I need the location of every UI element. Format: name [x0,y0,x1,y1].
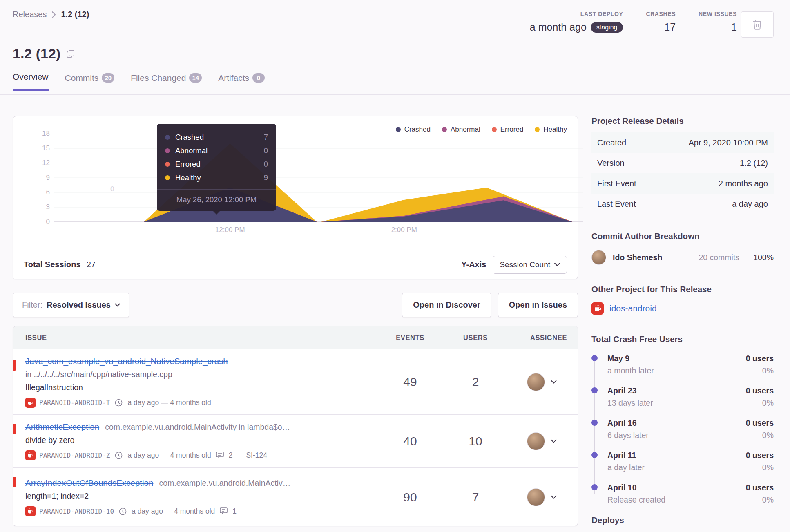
tab-files-changed[interactable]: Files Changed 14 [131,72,202,91]
author-commits: 20 commits [699,253,739,262]
issue-culprit: com.example.vu.android.MainActivity in l… [105,422,290,431]
issue-row: ArithmeticExceptioncom.example.vu.androi… [13,415,578,468]
issue-users-count: 2 [445,375,506,389]
coffee-cup-icon [25,450,36,460]
issue-short-id: SI-124 [246,451,267,460]
project-badge[interactable]: PARANOID-ANDROID-10 [25,506,114,516]
unresolved-marker [13,360,16,371]
issue-age: a day ago — 4 months old [127,451,211,460]
clock-icon [115,399,123,407]
total-sessions-label: Total Sessions [24,260,81,269]
detail-row-created: Created Apr 9, 2020 10:00 PM [591,132,774,153]
detail-row-last-event: Last Event a day ago [591,194,774,214]
breadcrumb: Releases 1.2 (12) [13,10,89,19]
issue-culprit: com.example.vu.android.MainActiv… [159,478,290,487]
new-issues-value: 1 [699,21,737,33]
chevron-down-icon[interactable] [551,439,557,443]
tabs-divider [0,94,790,95]
coffee-cup-icon [591,302,604,315]
crash-free-timeline: May 9 a month later 0 users 0% April 23 … [591,354,774,505]
abnormal-dot-icon [442,127,447,132]
issues-table-header: ISSUE EVENTS USERS ASSIGNEE [13,326,578,349]
chart-footer: Total Sessions 27 Y-Axis Session Count [13,250,578,279]
issue-row: ArrayIndexOutOfBoundsExceptioncom.exampl… [13,468,578,526]
project-badge[interactable]: PARANOID-ANDROID-T [25,398,110,408]
release-header-stats: LAST DEPLOY a month ago staging CRASHES … [530,11,737,33]
issues-filter-dropdown[interactable]: Filter: Resolved Issues [13,293,129,317]
issue-title-link[interactable]: Java_com_example_vu_android_NativeSample… [25,356,228,366]
page-title: 1.2 (12) [13,46,75,62]
tab-overview[interactable]: Overview [13,72,49,91]
environment-badge: staging [591,22,623,33]
coffee-cup-icon [25,506,36,516]
other-project-row: idos-android [591,302,774,315]
issue-users-count: 7 [445,490,506,504]
timeline-dot-icon [591,355,598,361]
artifacts-count-badge: 0 [252,73,265,83]
release-tabs: Overview Commits 20 Files Changed 14 Art… [13,72,265,91]
tab-commits[interactable]: Commits 20 [65,72,115,91]
issue-title-link[interactable]: ArrayIndexOutOfBoundsException [25,478,153,487]
column-assignee: ASSIGNEE [506,334,578,342]
issue-location: in ../../../../src/main/cpp/native-sampl… [25,370,371,379]
stat-new-issues: NEW ISSUES 1 [699,11,737,33]
chevron-down-icon[interactable] [551,380,557,384]
issue-age: a day ago — 4 months old [132,507,215,516]
resolved-issues-table: ISSUE EVENTS USERS ASSIGNEE Java_com_exa… [13,326,578,526]
clock-icon [115,452,123,459]
assignee-avatar[interactable] [527,373,545,391]
assignee-avatar[interactable] [527,488,545,506]
total-sessions-value: 27 [87,260,96,269]
timeline-dot-icon [591,484,598,490]
deploys-heading: Deploys [591,515,774,525]
issue-message: IllegalInstruction [25,383,371,392]
legend-errored[interactable]: Errored [492,125,524,134]
chevron-right-icon [51,11,56,18]
issue-title-link[interactable]: ArithmeticException [25,422,99,431]
author-avatar [591,250,606,265]
tooltip-row-crashed: Crashed 7 [165,130,268,144]
tooltip-row-abnormal: Abnormal 0 [165,144,268,157]
other-project-heading: Other Project for This Release [591,284,774,294]
assignee-avatar[interactable] [527,432,545,450]
open-in-discover-button[interactable]: Open in Discover [402,293,491,317]
issue-message: divide by zero [25,436,371,445]
copy-version-button[interactable] [66,49,75,58]
chevron-down-icon[interactable] [551,495,557,499]
chevron-down-icon [115,303,120,307]
y-axis-select[interactable]: Session Count [493,256,567,274]
detail-row-first-event: First Event 2 months ago [591,173,774,194]
commit-author-row: Ido Shemesh 20 commits 100% [591,250,774,265]
comments-count: 2 [229,451,233,460]
comments-icon [220,507,228,515]
issue-users-count: 10 [445,434,506,448]
timeline-item: May 9 a month later 0 users 0% [591,354,774,376]
clock-icon [119,507,127,515]
commits-count-badge: 20 [102,73,114,83]
other-project-link[interactable]: idos-android [609,304,657,313]
timeline-item: April 23 13 days later 0 users 0% [591,386,774,408]
breadcrumb-releases-link[interactable]: Releases [13,10,47,19]
tooltip-date: May 26, 2020 12:00 PM [157,190,276,211]
tab-artifacts[interactable]: Artifacts 0 [218,72,265,91]
timeline-dot-icon [591,387,598,393]
comments-count: 1 [232,507,237,516]
tooltip-row-healthy: Healthy 9 [165,171,268,184]
timeline-item: April 10 Release created 0 users 0% [591,483,774,505]
legend-abnormal[interactable]: Abnormal [442,125,480,134]
project-badge[interactable]: PARANOID-ANDROID-Z [25,450,110,460]
column-issue: ISSUE [13,334,375,342]
meta-divider [239,451,239,459]
legend-healthy[interactable]: Healthy [535,125,567,134]
files-changed-count-badge: 14 [189,73,202,83]
release-version-title: 1.2 (12) [13,46,60,62]
delete-release-button[interactable] [741,11,774,38]
timeline-dot-icon [591,420,598,426]
comments-icon [216,452,224,459]
chevron-down-icon [554,263,560,266]
healthy-dot-icon [535,127,540,132]
legend-crashed[interactable]: Crashed [396,125,431,134]
open-in-issues-button[interactable]: Open in Issues [498,293,578,317]
healthy-dot-icon [165,175,170,180]
trash-icon [752,19,763,30]
